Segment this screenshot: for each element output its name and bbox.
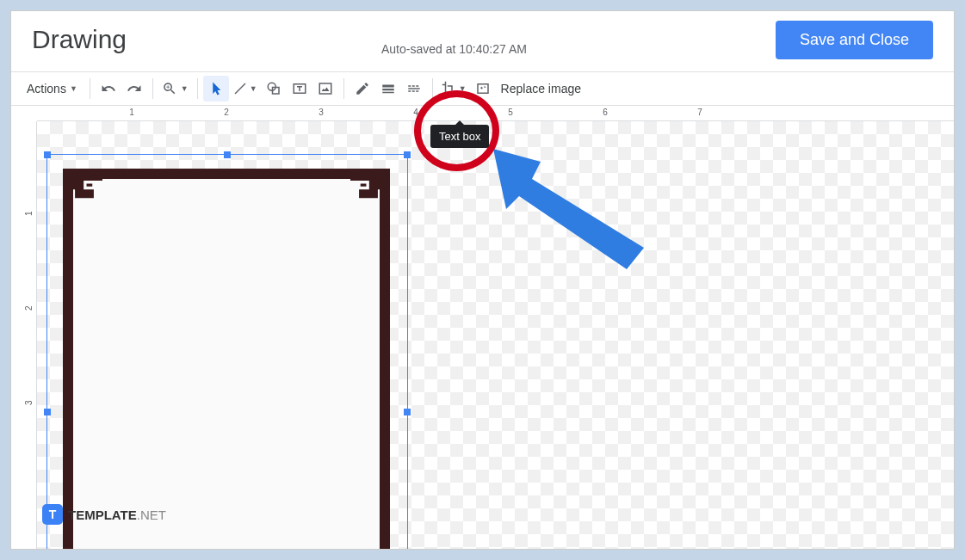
actions-menu[interactable]: Actions ▼ <box>20 76 84 102</box>
ruler-mark: 3 <box>319 108 324 117</box>
ruler-mark: 7 <box>697 108 702 117</box>
horizontal-ruler: 1 2 3 4 5 6 7 <box>37 106 954 121</box>
textbox-icon <box>292 81 307 96</box>
select-tool[interactable] <box>203 76 229 102</box>
textbox-tool[interactable] <box>287 76 312 102</box>
zoom-icon <box>162 81 177 96</box>
ruler-mark: 5 <box>508 108 513 117</box>
pencil-icon <box>355 81 370 96</box>
crop-button[interactable]: ▼ <box>438 76 470 102</box>
border-dash-button[interactable] <box>401 76 427 102</box>
separator <box>90 78 90 99</box>
reset-image-button[interactable] <box>470 76 496 102</box>
ruler-mark: 1 <box>129 108 134 117</box>
shape-tool[interactable] <box>261 76 287 102</box>
undo-icon <box>101 81 116 96</box>
outer-frame: Drawing Auto-saved at 10:40:27 AM Save a… <box>0 0 965 560</box>
save-and-close-button[interactable]: Save and Close <box>776 21 933 59</box>
watermark-brand: TEMPLATE <box>68 508 137 522</box>
border-weight-button[interactable] <box>375 76 401 102</box>
ruler-mark: 1 <box>24 211 34 216</box>
cursor-icon <box>208 81 224 96</box>
line-weight-icon <box>380 81 396 96</box>
crop-icon <box>442 81 457 96</box>
resize-handle[interactable] <box>44 151 51 158</box>
ruler-mark: 3 <box>24 400 34 405</box>
resize-handle[interactable] <box>404 151 411 158</box>
separator <box>197 78 198 99</box>
image-icon <box>318 81 333 96</box>
svg-rect-3 <box>319 83 331 94</box>
textbox-tooltip: Text box <box>430 125 489 148</box>
border-color-button[interactable] <box>350 76 375 102</box>
drawing-dialog: Drawing Auto-saved at 10:40:27 AM Save a… <box>10 10 955 550</box>
shape-icon <box>266 81 281 96</box>
watermark: T TEMPLATE.NET <box>42 504 166 525</box>
drawing-canvas[interactable] <box>37 121 954 549</box>
actions-label: Actions <box>27 82 66 95</box>
image-tool[interactable] <box>312 76 338 102</box>
caret-icon: ▼ <box>250 84 257 93</box>
autosave-status: Auto-saved at 10:40:27 AM <box>381 42 527 56</box>
caret-icon: ▼ <box>181 84 189 93</box>
caret-icon: ▼ <box>459 84 467 93</box>
toolbar: Actions ▼ ▼ ▼ <box>11 71 954 106</box>
watermark-badge: T <box>42 504 63 525</box>
reset-icon <box>475 81 491 96</box>
dialog-title: Drawing <box>32 25 127 54</box>
svg-rect-4 <box>478 84 488 94</box>
ruler-mark: 4 <box>413 108 418 117</box>
dialog-header: Drawing Auto-saved at 10:40:27 AM Save a… <box>11 11 954 71</box>
line-dash-icon <box>406 81 422 96</box>
caret-icon: ▼ <box>70 84 77 93</box>
undo-button[interactable] <box>96 76 121 102</box>
line-tool[interactable]: ▼ <box>229 76 261 102</box>
selection-box[interactable] <box>46 154 408 550</box>
vertical-ruler: 1 2 3 <box>11 121 37 549</box>
line-icon <box>232 81 248 96</box>
ruler-mark: 6 <box>603 108 608 117</box>
separator <box>343 78 344 99</box>
replace-image-button[interactable]: Replace image <box>501 82 581 95</box>
redo-icon <box>127 81 142 96</box>
ruler-mark: 2 <box>24 305 34 311</box>
zoom-button[interactable]: ▼ <box>158 76 192 102</box>
resize-handle[interactable] <box>44 409 51 415</box>
watermark-suffix: .NET <box>137 508 166 522</box>
redo-button[interactable] <box>121 76 147 102</box>
separator <box>432 78 433 99</box>
separator <box>152 78 153 99</box>
ruler-mark: 2 <box>224 108 229 117</box>
resize-handle[interactable] <box>224 151 231 158</box>
resize-handle[interactable] <box>404 409 411 415</box>
canvas-area: 1 2 3 4 5 6 7 1 2 3 <box>11 106 954 549</box>
